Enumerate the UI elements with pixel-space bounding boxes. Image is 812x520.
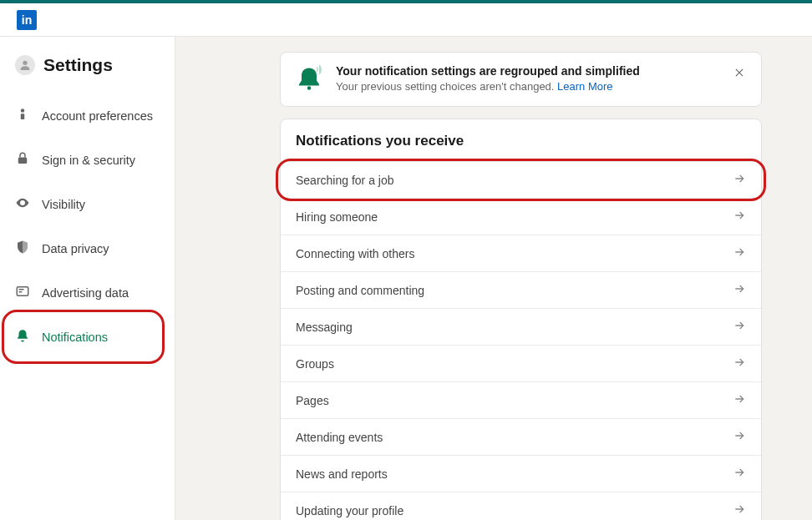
bell-banner-icon bbox=[294, 64, 324, 94]
notification-item[interactable]: Messaging bbox=[281, 308, 761, 345]
notification-item[interactable]: Attending events bbox=[281, 418, 761, 455]
sidebar-item-label: Sign in & security bbox=[42, 154, 135, 167]
eye-icon bbox=[15, 195, 30, 213]
header: in bbox=[0, 3, 812, 37]
arrow-right-icon bbox=[733, 356, 746, 371]
info-banner: Your notification settings are regrouped… bbox=[280, 52, 762, 107]
notification-item-label: Searching for a job bbox=[296, 174, 394, 187]
notification-item-label: Groups bbox=[296, 357, 334, 371]
page-title: Settings bbox=[43, 55, 113, 75]
notification-item[interactable]: News and reports bbox=[281, 455, 761, 492]
arrow-right-icon bbox=[733, 245, 746, 261]
notification-item[interactable]: Pages bbox=[281, 381, 761, 418]
svg-point-0 bbox=[23, 61, 27, 65]
banner-title: Your notification settings are regrouped… bbox=[336, 64, 719, 78]
arrow-right-icon bbox=[733, 466, 746, 482]
svg-rect-5 bbox=[19, 289, 24, 290]
section-title: Notifications you receive bbox=[281, 119, 761, 161]
notification-item-label: Pages bbox=[296, 394, 329, 407]
notification-item-label: Messaging bbox=[296, 321, 353, 334]
notification-item-label: Attending events bbox=[296, 431, 383, 444]
avatar bbox=[15, 55, 35, 75]
notifications-card: Notifications you receive Searching for … bbox=[280, 119, 762, 520]
notification-item[interactable]: Posting and commenting bbox=[281, 271, 761, 308]
sidebar-item-advertising-data[interactable]: Advertising data bbox=[0, 270, 175, 315]
sidebar-item-account-preferences[interactable]: Account preferences bbox=[0, 93, 175, 138]
sidebar-item-label: Data privacy bbox=[42, 242, 109, 255]
main-content: Your notification settings are regrouped… bbox=[175, 37, 812, 520]
arrow-right-icon bbox=[733, 319, 746, 335]
notification-item-label: Hiring someone bbox=[296, 210, 378, 224]
svg-rect-3 bbox=[18, 158, 28, 164]
lock-icon bbox=[15, 151, 30, 169]
arrow-right-icon bbox=[733, 429, 746, 445]
user-icon bbox=[18, 58, 32, 72]
notification-item-label: Updating your profile bbox=[296, 504, 403, 517]
close-icon bbox=[733, 67, 745, 78]
notification-item[interactable]: Connecting with others bbox=[281, 235, 761, 271]
notification-item[interactable]: Hiring someone bbox=[281, 198, 761, 235]
svg-rect-4 bbox=[17, 287, 28, 296]
bell-icon bbox=[15, 328, 30, 346]
ad-icon bbox=[15, 284, 30, 301]
arrow-right-icon bbox=[733, 209, 746, 225]
banner-subtitle-text: Your previous setting choices aren't cha… bbox=[336, 80, 557, 93]
sidebar-item-notifications[interactable]: Notifications bbox=[0, 315, 175, 359]
sidebar-item-label: Advertising data bbox=[42, 286, 129, 300]
shield-icon bbox=[15, 240, 30, 257]
sidebar-item-label: Account preferences bbox=[42, 109, 153, 123]
svg-point-1 bbox=[21, 109, 25, 113]
learn-more-link[interactable]: Learn More bbox=[557, 80, 612, 93]
sidebar-item-data-privacy[interactable]: Data privacy bbox=[0, 226, 175, 270]
close-banner-button[interactable] bbox=[731, 64, 748, 81]
notification-item-label: Connecting with others bbox=[296, 247, 414, 260]
notification-item[interactable]: Searching for a job bbox=[281, 161, 761, 198]
linkedin-logo[interactable]: in bbox=[17, 10, 37, 30]
sidebar-item-label: Notifications bbox=[42, 331, 108, 344]
arrow-right-icon bbox=[733, 392, 746, 408]
user-dots-icon bbox=[15, 107, 30, 124]
arrow-right-icon bbox=[733, 282, 746, 298]
notification-item-label: News and reports bbox=[296, 467, 388, 481]
sidebar: Settings Account preferencesSign in & se… bbox=[0, 37, 175, 520]
sidebar-item-sign-in-security[interactable]: Sign in & security bbox=[0, 138, 175, 182]
sidebar-item-label: Visibility bbox=[42, 198, 85, 211]
notification-item-label: Posting and commenting bbox=[296, 284, 424, 297]
arrow-right-icon bbox=[733, 172, 746, 188]
arrow-right-icon bbox=[733, 502, 746, 518]
notification-item[interactable]: Updating your profile bbox=[281, 492, 761, 520]
svg-point-7 bbox=[307, 86, 312, 90]
svg-rect-2 bbox=[21, 114, 25, 119]
banner-subtitle: Your previous setting choices aren't cha… bbox=[336, 80, 719, 93]
sidebar-item-visibility[interactable]: Visibility bbox=[0, 182, 175, 226]
sidebar-header: Settings bbox=[0, 55, 175, 93]
svg-rect-6 bbox=[19, 291, 23, 293]
notification-item[interactable]: Groups bbox=[281, 345, 761, 381]
